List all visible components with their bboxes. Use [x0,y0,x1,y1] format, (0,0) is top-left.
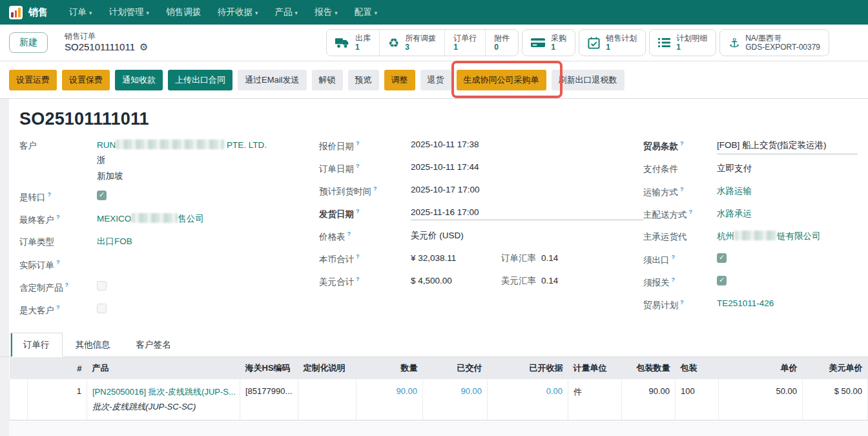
order-lines-table: #产品海关HS编码定制化说明数量已交付已开收据计量单位包装数量包装单价美元单价 … [9,357,868,420]
action-button-解锁[interactable]: 解锁 [312,70,343,90]
field-value-expected-arrival[interactable]: 2025-10-17 17:00 [411,185,643,196]
column-header-单价[interactable]: 单价 [719,357,803,379]
cell-package[interactable]: 100 [676,379,719,420]
stat-button-订单行[interactable]: 订单行1 [444,30,485,56]
column-header-产品[interactable]: 产品 [87,357,240,379]
action-button-通知收款[interactable]: 通知收款 [115,70,163,90]
column-header-已开收据[interactable]: 已开收据 [488,357,568,379]
field-value-need-export[interactable] [717,253,858,265]
field-value-pricelist[interactable]: 美元价 (USD) [411,230,643,242]
cell-usd-price[interactable]: $ 50.00 [803,379,868,420]
column-header-已交付[interactable]: 已交付 [423,357,488,379]
stat-button-NA/墨西哥[interactable]: ⚓NA/墨西哥GDS-EXPORT-00379 [720,30,829,56]
tab-其他信息[interactable]: 其他信息 [63,333,123,357]
field-label-is-transit: 是转口 [19,191,97,203]
action-button-设置运费[interactable]: 设置运费 [9,70,57,90]
field-value-order-date[interactable]: 2025-10-11 17:44 [411,162,643,174]
checkbox-is-transit[interactable] [97,191,107,200]
chevron-down-icon: ▾ [295,10,298,16]
form-sheet: SO25101111011 客户RUN PTE. LTD.浙新加坡是转口最终客户… [0,99,868,436]
column-header-数量[interactable]: 数量 [356,357,423,379]
action-button-设置保费[interactable]: 设置保费 [62,70,110,90]
field-value-final-customer[interactable]: MEXICO售公司 [97,213,319,225]
breadcrumb-model[interactable]: 销售订单 [65,32,148,41]
field-value-usd-total[interactable]: $ 4,500.00美元汇率0.14 [411,275,643,287]
nav-menu-订单[interactable]: 订单▾ [61,0,101,25]
stat-button-附件[interactable]: 附件0 [485,30,518,56]
cell-hs-code[interactable]: [85177990... [240,379,298,420]
checkbox-is-key-account[interactable] [97,304,107,313]
chevron-down-icon: ▾ [147,10,150,16]
column-header-美元单价[interactable]: 美元单价 [803,357,868,379]
nav-menu-销售调拨[interactable]: 销售调拨 [158,0,209,25]
app-switcher[interactable]: 销售 [6,6,54,19]
help-icon [56,259,60,265]
field-value-actual-order[interactable] [97,258,319,270]
field-order-date: 订单日期2025-10-11 17:44 [319,162,643,176]
nav-menu-配置[interactable]: 配置▾ [346,0,386,25]
checkbox-need-customs[interactable] [717,276,727,285]
column-header-包装数量[interactable]: 包装数量 [622,357,676,379]
stat-value: 3 [405,43,436,52]
cell-pkg-qty[interactable]: 90.00 [622,379,676,420]
column-header-海关HS编码[interactable]: 海关HS编码 [240,357,298,379]
tab-客户签名[interactable]: 客户签名 [123,333,184,357]
action-button-退货[interactable]: 退货 [420,70,451,90]
row-handle[interactable] [10,379,28,420]
stat-button-采购[interactable]: 采购1 [522,30,575,56]
column-header-定制化说明[interactable]: 定制化说明 [298,357,356,379]
action-button-调整[interactable]: 调整 [384,70,415,90]
action-button-生成协同公司采购单[interactable]: 生成协同公司采购单 [457,70,546,90]
nav-menu-报告[interactable]: 报告▾ [306,0,346,25]
cell-unit-price[interactable]: 50.00 [719,379,803,420]
stat-button-所有调拨[interactable]: ♻所有调拨3 [379,30,444,56]
help-icon [356,208,360,214]
field-value-delivery-date[interactable]: 2025-11-16 17:00 [411,207,643,220]
new-button[interactable]: 新建 [9,32,48,53]
field-value-payment-terms[interactable]: 立即支付 [717,163,858,174]
action-button-通过EMail发送[interactable]: 通过EMail发送 [238,70,307,90]
field-value-incoterm[interactable]: [FOB] 船上交货(指定装运港) [717,140,858,154]
cell-custom-desc[interactable] [298,379,356,420]
cell-delivered[interactable]: 90.00 [423,379,488,420]
cell-product[interactable]: [PN25050016] 批次-皮线跳线(JUP-S...批次-皮线跳线(JUP… [87,379,240,420]
nav-menu-待开收据[interactable]: 待开收据▾ [209,0,267,25]
action-button-刷新出口退税数[interactable]: 刷新出口退税数 [552,70,625,90]
product-link[interactable]: [PN25050016] 批次-皮线跳线(JUP-S... [92,386,234,398]
column-header-#[interactable]: # [28,357,87,379]
column-header-包装[interactable]: 包装 [676,357,719,379]
cell-qty[interactable]: 90.00 [356,379,423,420]
gear-icon[interactable]: ⚙ [140,41,148,54]
checkbox-need-export[interactable] [717,253,727,263]
field-value-is-key-account[interactable] [97,304,319,315]
table-footer-area[interactable] [9,420,868,436]
stat-value: 1 [551,43,566,52]
action-button-预览[interactable]: 预览 [348,70,379,90]
checkbox-has-custom-product[interactable] [97,281,107,291]
tab-订单行[interactable]: 订单行 [10,333,63,357]
stat-button-销售计划[interactable]: 销售计划1 [579,30,645,56]
stat-button-出库[interactable]: 出库1 [327,30,379,56]
field-value-trade-plan[interactable]: TE251011-426 [717,298,858,310]
field-value-need-customs[interactable] [717,276,858,287]
field-value-has-custom-product[interactable] [97,281,319,293]
stat-button-计划明细[interactable]: 计划明细1 [650,30,716,56]
field-value-main-delivery-method[interactable]: 水路承运 [717,208,858,220]
app-title: 销售 [28,6,48,19]
cell-invoiced[interactable]: 0.00 [488,379,568,420]
field-value-transport-mode[interactable]: 水路运输 [717,185,858,197]
nav-menu-产品[interactable]: 产品▾ [267,0,307,25]
field-value-quote-date[interactable]: 2025-10-11 17:38 [411,140,643,151]
column-header-计量单位[interactable]: 计量单位 [568,357,622,379]
cell-uom[interactable]: 件 [568,379,622,420]
field-value-is-transit[interactable] [97,191,319,202]
table-row[interactable]: 1[PN25050016] 批次-皮线跳线(JUP-S...批次-皮线跳线(JU… [10,379,868,420]
action-button-上传出口合同[interactable]: 上传出口合同 [168,70,232,90]
field-need-customs: 须报关 [643,276,858,290]
field-value-customer[interactable]: RUN PTE. LTD.浙新加坡 [97,140,319,182]
field-value-order-type[interactable]: 出口FOB [97,236,319,247]
nav-menu-计划管理[interactable]: 计划管理▾ [101,0,158,25]
field-value-main-forwarder[interactable]: 杭州链有限公司 [717,231,858,242]
help-icon [347,231,351,237]
field-value-local-total[interactable]: ¥ 32,038.11订单汇率0.14 [411,253,643,264]
